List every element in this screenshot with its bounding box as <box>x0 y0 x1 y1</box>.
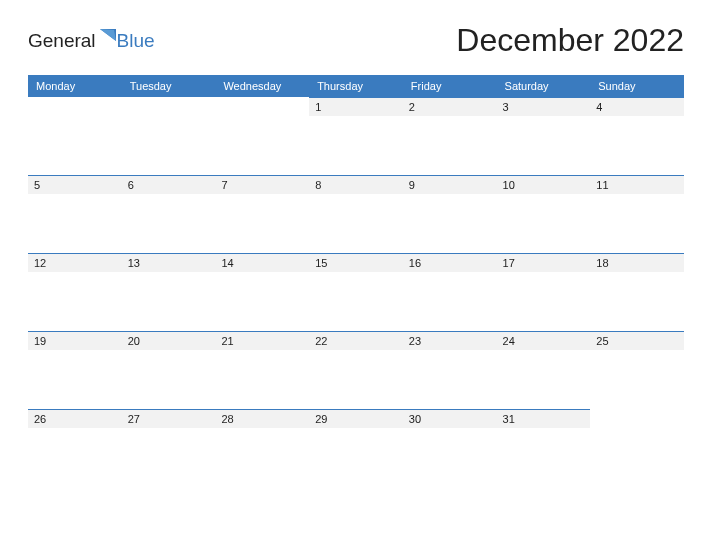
calendar-day: 26 <box>28 409 122 487</box>
day-number: 12 <box>28 253 122 272</box>
day-number: 22 <box>309 331 403 350</box>
calendar-day: 16 <box>403 253 497 331</box>
day-number: 11 <box>590 175 684 194</box>
weekday-header-row: Monday Tuesday Wednesday Thursday Friday… <box>28 75 684 97</box>
calendar-day <box>122 97 216 175</box>
day-number: 6 <box>122 175 216 194</box>
calendar-day: 10 <box>497 175 591 253</box>
calendar-week: 12 13 14 15 16 17 18 <box>28 253 684 331</box>
day-number: 5 <box>28 175 122 194</box>
day-number: 24 <box>497 331 591 350</box>
calendar-day: 4 <box>590 97 684 175</box>
day-number: 8 <box>309 175 403 194</box>
day-number: 2 <box>403 97 497 116</box>
calendar-day: 21 <box>215 331 309 409</box>
day-number: 27 <box>122 409 216 428</box>
calendar-day: 30 <box>403 409 497 487</box>
day-number: 31 <box>497 409 591 428</box>
day-number: 19 <box>28 331 122 350</box>
day-number <box>122 97 216 115</box>
calendar-day: 31 <box>497 409 591 487</box>
day-number: 29 <box>309 409 403 428</box>
calendar-header: General Blue December 2022 <box>28 22 684 59</box>
day-number: 28 <box>215 409 309 428</box>
logo-text-general: General <box>28 30 96 52</box>
calendar-day: 18 <box>590 253 684 331</box>
day-number: 26 <box>28 409 122 428</box>
calendar-day: 15 <box>309 253 403 331</box>
calendar-day: 2 <box>403 97 497 175</box>
calendar-week: 5 6 7 8 9 10 11 <box>28 175 684 253</box>
calendar-day: 11 <box>590 175 684 253</box>
calendar-day: 22 <box>309 331 403 409</box>
calendar-day: 3 <box>497 97 591 175</box>
day-number: 17 <box>497 253 591 272</box>
day-number <box>28 97 122 115</box>
calendar-day: 12 <box>28 253 122 331</box>
day-number <box>215 97 309 115</box>
calendar-grid: Monday Tuesday Wednesday Thursday Friday… <box>28 75 684 487</box>
calendar-day: 20 <box>122 331 216 409</box>
logo: General Blue <box>28 30 155 52</box>
day-number: 18 <box>590 253 684 272</box>
calendar-day <box>590 409 684 487</box>
day-number: 30 <box>403 409 497 428</box>
calendar-week: 1 2 3 4 <box>28 97 684 175</box>
calendar-day: 28 <box>215 409 309 487</box>
day-number: 23 <box>403 331 497 350</box>
day-number: 15 <box>309 253 403 272</box>
day-number: 16 <box>403 253 497 272</box>
calendar-day: 23 <box>403 331 497 409</box>
weekday-label: Thursday <box>309 75 403 97</box>
day-number: 7 <box>215 175 309 194</box>
calendar-day: 29 <box>309 409 403 487</box>
page-title: December 2022 <box>456 22 684 59</box>
calendar-day: 8 <box>309 175 403 253</box>
calendar-day: 27 <box>122 409 216 487</box>
day-number: 14 <box>215 253 309 272</box>
day-number: 1 <box>309 97 403 116</box>
weekday-label: Wednesday <box>215 75 309 97</box>
calendar-day: 9 <box>403 175 497 253</box>
weekday-label: Tuesday <box>122 75 216 97</box>
day-number <box>590 409 684 427</box>
day-number: 3 <box>497 97 591 116</box>
calendar-day: 5 <box>28 175 122 253</box>
calendar-week: 19 20 21 22 23 24 25 <box>28 331 684 409</box>
day-number: 9 <box>403 175 497 194</box>
weekday-label: Saturday <box>497 75 591 97</box>
calendar-day: 25 <box>590 331 684 409</box>
calendar-day: 13 <box>122 253 216 331</box>
calendar-day <box>215 97 309 175</box>
weekday-label: Monday <box>28 75 122 97</box>
day-number: 10 <box>497 175 591 194</box>
day-number: 20 <box>122 331 216 350</box>
calendar-day: 7 <box>215 175 309 253</box>
weekday-label: Sunday <box>590 75 684 97</box>
logo-triangle-icon <box>100 29 116 47</box>
weekday-label: Friday <box>403 75 497 97</box>
logo-text-blue: Blue <box>117 30 155 52</box>
calendar-week: 26 27 28 29 30 31 <box>28 409 684 487</box>
calendar-day: 14 <box>215 253 309 331</box>
calendar-day: 19 <box>28 331 122 409</box>
day-number: 25 <box>590 331 684 350</box>
calendar-day: 24 <box>497 331 591 409</box>
day-number: 4 <box>590 97 684 116</box>
calendar-day <box>28 97 122 175</box>
calendar-day: 1 <box>309 97 403 175</box>
calendar-day: 6 <box>122 175 216 253</box>
day-number: 13 <box>122 253 216 272</box>
day-number: 21 <box>215 331 309 350</box>
calendar-day: 17 <box>497 253 591 331</box>
